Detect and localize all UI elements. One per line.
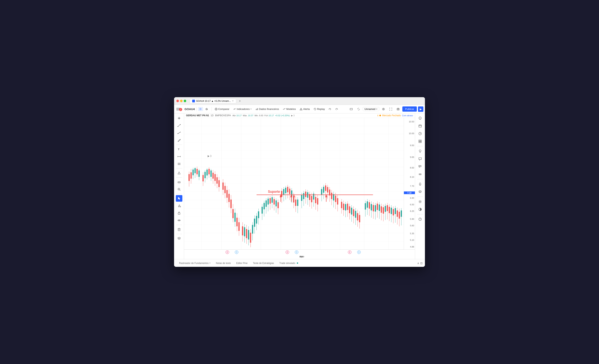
expand-panel-button[interactable]: ⊡ bbox=[420, 262, 423, 265]
zoom-tool-button[interactable] bbox=[176, 186, 182, 193]
bar-style-button[interactable] bbox=[204, 107, 210, 111]
pine-editor-tab[interactable]: Editor Pine bbox=[234, 260, 250, 266]
pencil-tool-button[interactable] bbox=[176, 137, 182, 144]
chart-settings-button[interactable] bbox=[380, 107, 387, 111]
app-window: GOAU4 10.17 ▲ +0.2% Unnam... ✕ + 1 GOAU4… bbox=[174, 97, 425, 267]
strategy-tester-tab[interactable]: Teste de Estratégias bbox=[250, 260, 277, 266]
app-content: 1 GOAU4 D Comparar Indicadores ▾ bbox=[174, 105, 425, 267]
svg-rect-246 bbox=[387, 205, 388, 211]
close-button[interactable] bbox=[176, 100, 179, 102]
rss-layers-button[interactable] bbox=[417, 188, 423, 195]
svg-rect-144 bbox=[273, 199, 275, 204]
event-marker-E-3[interactable]: E bbox=[348, 250, 352, 254]
svg-rect-7 bbox=[257, 109, 257, 110]
rss-notification-button[interactable] bbox=[417, 115, 423, 121]
svg-rect-192 bbox=[327, 187, 328, 192]
layers-tool-button[interactable] bbox=[176, 235, 182, 242]
models-button[interactable]: Modelos bbox=[281, 107, 297, 111]
redo-button[interactable] bbox=[334, 107, 339, 111]
event-marker-E-1[interactable]: E bbox=[226, 250, 229, 254]
undo-button[interactable] bbox=[327, 107, 333, 111]
svg-rect-230 bbox=[371, 204, 372, 210]
indicator-3-label: ▶ 3 bbox=[208, 154, 211, 158]
replay-label: Replay bbox=[317, 108, 325, 110]
live-button[interactable]: ▶ bbox=[418, 106, 423, 112]
maximize-button[interactable] bbox=[184, 100, 186, 102]
svg-rect-260 bbox=[401, 210, 402, 217]
event-marker-E-2[interactable]: E bbox=[286, 250, 289, 254]
symbol-box[interactable]: GOAU4 bbox=[183, 107, 196, 111]
minimize-button[interactable] bbox=[180, 100, 183, 102]
rss-idea-button[interactable] bbox=[417, 148, 423, 154]
arrow-up-tool-button[interactable] bbox=[176, 170, 182, 176]
rss-theme-button[interactable] bbox=[417, 206, 423, 213]
pointer-tool-button[interactable] bbox=[176, 195, 182, 202]
rect-tool-button[interactable] bbox=[348, 107, 354, 111]
svg-rect-238 bbox=[379, 204, 380, 211]
financial-data-button[interactable]: Dados financeiros bbox=[254, 107, 281, 111]
text-notes-tab[interactable]: Notas de texto bbox=[213, 260, 234, 266]
event-marker-D-1[interactable]: D bbox=[235, 250, 238, 254]
rss-clock-button[interactable] bbox=[417, 130, 423, 137]
visibility-tool-button[interactable] bbox=[176, 217, 182, 224]
simulated-trade-tab[interactable]: Trade simulado bbox=[277, 260, 301, 266]
spinner-button[interactable] bbox=[355, 107, 362, 111]
svg-rect-198 bbox=[333, 194, 334, 201]
measurement-tool-button[interactable] bbox=[176, 153, 182, 160]
delete-tool-button[interactable] bbox=[176, 226, 182, 233]
event-marker-D-3[interactable]: D bbox=[357, 250, 361, 254]
svg-rect-76 bbox=[198, 170, 200, 177]
publish-button[interactable]: Publicar bbox=[402, 106, 417, 112]
alert-button[interactable]: Alerta bbox=[298, 107, 311, 111]
rss-bell-button[interactable] bbox=[417, 181, 423, 187]
traffic-lights bbox=[176, 100, 186, 102]
financial-data-label: Dados financeiros bbox=[259, 108, 279, 110]
paint-tool-button[interactable] bbox=[176, 203, 182, 209]
fullscreen-button[interactable] bbox=[388, 107, 394, 111]
svg-rect-134 bbox=[264, 203, 265, 209]
tab-close-button[interactable]: ✕ bbox=[232, 100, 234, 102]
chart-timeframe: 1D bbox=[211, 114, 213, 117]
rss-calendar-button[interactable] bbox=[417, 123, 423, 129]
text-tool-button[interactable]: T bbox=[176, 146, 182, 152]
chart-main: GERDAU MET PN N1 1D BMFBOVESPA Abr 10.17… bbox=[184, 113, 415, 259]
rss-chat-button[interactable] bbox=[417, 156, 423, 162]
fundamentos-tab[interactable]: Rastreador de Fundamentos ▾ bbox=[176, 260, 213, 266]
ray-tool-button[interactable] bbox=[176, 130, 182, 136]
price-level-8-10: 8.10 bbox=[410, 176, 414, 178]
rss-radio-button[interactable] bbox=[417, 171, 423, 178]
svg-rect-242 bbox=[383, 207, 384, 214]
eraser-tool-button[interactable] bbox=[176, 179, 182, 185]
svg-rect-78 bbox=[203, 175, 203, 181]
svg-rect-152 bbox=[283, 189, 284, 195]
rss-help-button[interactable]: ? bbox=[417, 216, 423, 222]
rss-settings-button[interactable] bbox=[417, 198, 423, 205]
suporte-label: Suporte bbox=[268, 189, 280, 194]
svg-rect-146 bbox=[276, 201, 277, 206]
lines-tool-button[interactable] bbox=[176, 161, 182, 167]
timeframe-day-button[interactable]: D bbox=[198, 107, 203, 111]
event-marker-D-2[interactable]: D bbox=[295, 250, 298, 254]
compare-button[interactable]: Comparar bbox=[213, 107, 231, 111]
lock-tool-button[interactable] bbox=[176, 210, 182, 216]
svg-rect-154 bbox=[285, 188, 286, 193]
delay-label[interactable]: Com atraso bbox=[402, 114, 413, 117]
browser-tab[interactable]: GOAU4 10.17 ▲ +0.2% Unnam... ✕ bbox=[190, 99, 236, 103]
svg-marker-52 bbox=[178, 237, 180, 239]
trend-line-tool-button[interactable] bbox=[176, 122, 182, 129]
close-label: Fch bbox=[264, 114, 268, 117]
snapshot-button[interactable] bbox=[395, 107, 401, 111]
crosshair-tool-button[interactable] bbox=[176, 115, 182, 121]
svg-rect-190 bbox=[325, 186, 326, 191]
collapse-panel-button[interactable]: ∧ bbox=[417, 262, 419, 265]
rss-grid-button[interactable] bbox=[417, 138, 423, 144]
replay-button[interactable]: Replay bbox=[312, 107, 326, 111]
workspace-selector[interactable]: Unnamed ▾ bbox=[363, 107, 379, 111]
svg-rect-88 bbox=[212, 173, 214, 179]
indicators-button[interactable]: Indicadores ▾ bbox=[232, 107, 253, 111]
canvas-area[interactable]: Suporte bbox=[184, 118, 404, 249]
new-tab-button[interactable]: + bbox=[239, 99, 241, 103]
svg-rect-124 bbox=[252, 225, 253, 234]
rss-chat2-button[interactable] bbox=[417, 163, 423, 170]
indicator-count-badge[interactable]: ▶ 3 bbox=[291, 114, 294, 117]
